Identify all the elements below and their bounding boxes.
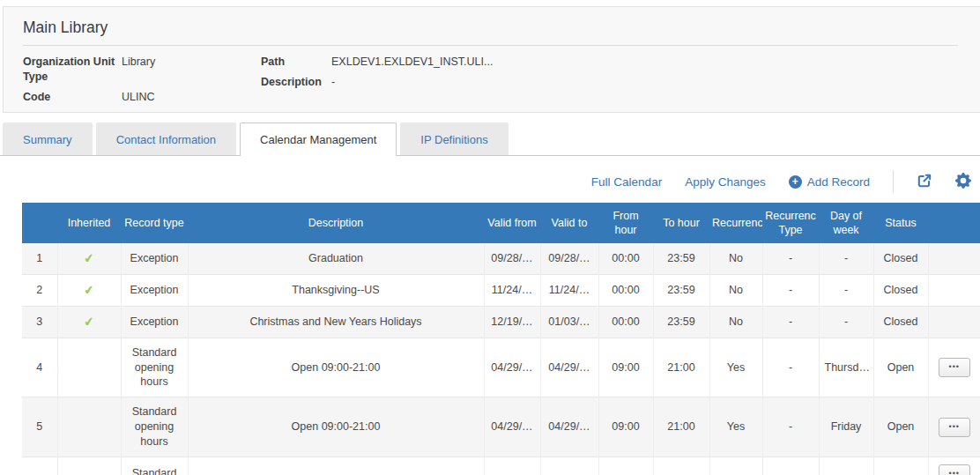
tab-summary[interactable]: Summary [3,122,93,155]
tab-contact-information[interactable]: Contact Information [96,122,236,155]
plus-circle-icon: + [789,175,802,189]
row-actions-button[interactable]: ••• [939,418,970,437]
cell-status [873,456,928,475]
cell-to-hour: 23:59 [653,274,709,306]
org-unit-summary-panel: Main Library Organization Unit Type Libr… [3,6,980,113]
field-org-unit-type: Organization Unit Type Library [23,55,261,85]
cell-from-hour: 00:00 [598,306,653,338]
cell-to-hour: 21:00 [653,397,709,457]
tab-label: IP Definitions [420,133,487,146]
cell-valid-from: 04/29/… [484,338,540,397]
tab-bar: Summary Contact Information Calendar Man… [0,122,980,156]
cell-description [188,456,484,475]
cell-from-hour: 00:00 [598,243,653,274]
cell-description: Thanksgiving--US [188,274,484,306]
col-header-recurrence-type: Recurrenc Type [762,203,819,243]
col-header-valid-to: Valid to [540,203,598,243]
cell-day-of-week: Thursd… [819,338,873,397]
cell-from-hour [598,456,653,475]
check-icon: ✔ [83,249,95,267]
cell-recurrence-type: - [762,306,819,338]
check-icon: ✔ [83,281,95,299]
field-label: Description [261,75,331,90]
toolbar-divider [893,170,894,193]
summary-fields-right: Path EXLDEV1.EXLDEV1_INST.ULI... Descrip… [261,55,493,110]
summary-fields-left: Organization Unit Type Library Code ULIN… [23,55,261,110]
field-value: EXLDEV1.EXLDEV1_INST.ULI... [331,55,493,70]
cell-to-hour: 23:59 [653,243,709,274]
cell-recurrence: Yes [709,397,762,457]
table-row: 1 ✔ Exception Graduation 09/28/… 09/28/…… [22,243,980,274]
cell-status: Open [873,338,928,397]
cell-actions: ••• [928,397,980,457]
add-record-button[interactable]: + Add Record [789,175,870,189]
cell-valid-to: 11/24/… [540,274,598,306]
cell-valid-from [484,456,540,475]
cell-description: Christmas and New Years Holidays [188,306,484,338]
cell-description: Graduation [188,243,484,274]
cell-record-type: Standard opening hours [121,338,188,397]
apply-changes-link[interactable]: Apply Changes [685,175,766,189]
summary-fields: Organization Unit Type Library Code ULIN… [23,55,980,110]
table-row: 5 Standard opening hours Open 09:00-21:0… [22,397,980,457]
cell-to-hour: 21:00 [653,338,709,397]
cell-row-number: 3 [22,306,57,338]
cell-actions [928,306,980,338]
cell-day-of-week: - [819,243,873,274]
tab-label: Contact Information [116,133,216,146]
cell-inherited: ✔ [57,306,121,338]
row-actions-button[interactable]: ••• [939,358,970,377]
table-row: Standard ••• [22,456,980,475]
cell-inherited [57,338,121,397]
settings-button[interactable] [955,173,971,191]
cell-to-hour [653,456,709,475]
cell-inherited [57,397,121,457]
cell-row-number: 5 [22,397,57,457]
cell-day-of-week [819,456,873,475]
col-header-status: Status [873,203,928,243]
cell-description: Open 09:00-21:00 [188,338,484,397]
tab-calendar-management[interactable]: Calendar Management [240,122,397,156]
col-header-record-type: Record type [121,203,188,243]
tab-ip-definitions[interactable]: IP Definitions [400,122,508,155]
field-description: Description - [261,75,493,90]
col-header-description: Description [188,203,484,243]
cell-day-of-week: - [819,306,873,338]
export-button[interactable] [917,173,932,191]
table-row: 2 ✔ Exception Thanksgiving--US 11/24/… 1… [22,274,980,306]
tab-label: Summary [23,133,72,146]
table-header-row: Inherited Record type Description Valid … [22,203,980,243]
cell-actions [928,274,980,306]
gear-icon [955,173,971,191]
export-icon [917,173,932,191]
cell-recurrence [709,456,762,475]
cell-row-number: 1 [22,243,57,274]
cell-recurrence-type: - [762,274,819,306]
full-calendar-link[interactable]: Full Calendar [591,175,662,189]
col-header-inherited: Inherited [57,203,121,243]
cell-status: Closed [873,274,928,306]
calendar-table-body: 1 ✔ Exception Graduation 09/28/… 09/28/…… [22,243,980,475]
cell-valid-to: 01/03/… [540,306,598,338]
cell-from-hour: 09:00 [598,338,653,397]
cell-row-number: 2 [22,274,57,306]
page-title: Main Library [23,19,980,37]
tab-label: Calendar Management [260,133,376,146]
calendar-table: Inherited Record type Description Valid … [22,203,980,475]
cell-recurrence-type: - [762,397,819,457]
cell-valid-to: 04/29/… [540,338,598,397]
cell-from-hour: 00:00 [598,274,653,306]
cell-record-type: Exception [121,274,188,306]
cell-recurrence-type: - [762,338,819,397]
cell-status: Closed [873,243,928,274]
row-actions-button[interactable]: ••• [939,464,970,475]
col-header-to-hour: To hour [653,203,709,243]
field-value: Library [122,55,155,70]
field-value: ULINC [122,90,155,105]
cell-inherited [57,456,121,475]
cell-valid-to: 04/29/… [540,397,598,457]
cell-recurrence: No [709,306,762,338]
cell-record-type: Exception [121,306,188,338]
add-record-label: Add Record [807,175,870,189]
check-icon: ✔ [83,313,95,330]
